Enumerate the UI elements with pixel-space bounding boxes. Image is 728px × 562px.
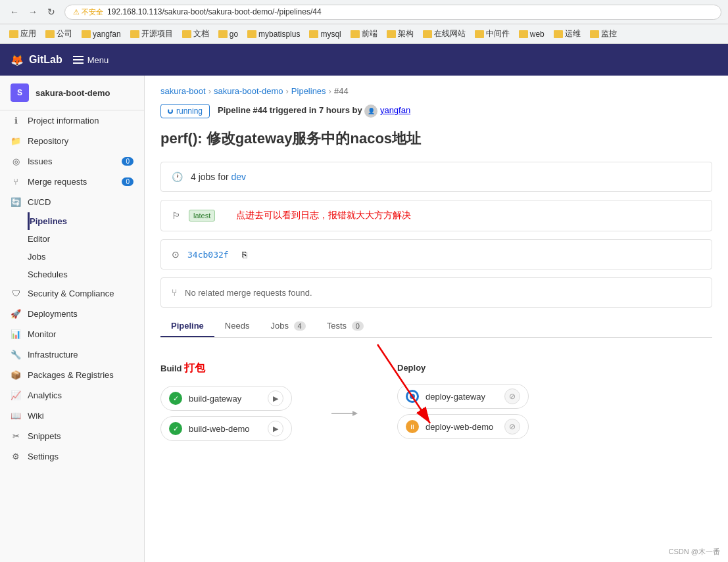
job-action-play-2[interactable]: ▶: [268, 421, 283, 436]
breadcrumb-sakura-boot-demo[interactable]: sakura-boot-demo: [214, 86, 283, 96]
svg-marker-1: [352, 411, 358, 416]
sidebar-item-infrastructure[interactable]: 🔧 Infrastructure: [0, 344, 144, 365]
build-annotation: 打包: [184, 362, 205, 373]
cicd-icon: 🔄: [11, 197, 21, 207]
bookmarks-bar: 应用 公司 yangfan 开源项目 文档 go mybatisplus mys…: [0, 24, 728, 44]
job-status-success-icon: ✓: [169, 392, 182, 405]
pipeline-user[interactable]: yangfan: [380, 105, 410, 115]
pipeline-diagram-area: Build 打包 ✓ build-gateway ▶ ✓ build-web-d…: [160, 351, 712, 452]
url-text: 192.168.10.113/sakura-boot/sakura-boot-d…: [107, 7, 322, 16]
breadcrumb-sakura-boot[interactable]: sakura-boot: [160, 86, 206, 96]
issues-badge: 0: [122, 157, 133, 166]
bookmark-ops[interactable]: 运维: [551, 27, 583, 41]
brand-name: GitLab: [29, 54, 62, 66]
sidebar-item-wiki[interactable]: 📖 Wiki: [0, 406, 144, 426]
build-stage-label: Build 打包: [160, 362, 292, 375]
merge-icon: ⑂: [11, 177, 21, 187]
bookmark-mysql[interactable]: mysql: [306, 28, 343, 40]
sidebar-label-monitor: Monitor: [28, 329, 56, 339]
bookmark-docs[interactable]: 文档: [180, 27, 212, 41]
job-name-deploy-web-demo: deploy-web-demo: [425, 422, 498, 432]
sidebar-label-merge-requests: Merge requests: [28, 177, 87, 187]
bookmark-website[interactable]: 在线网站: [420, 27, 468, 41]
bookmark-monitor[interactable]: 监控: [587, 27, 619, 41]
pipeline-tabs: Pipeline Needs Jobs 4 Tests 0: [160, 316, 712, 338]
job-deploy-web-demo: ⏸ deploy-web-demo ⊘: [397, 414, 529, 439]
bookmark-web[interactable]: web: [516, 28, 547, 40]
tab-jobs[interactable]: Jobs 4: [260, 316, 316, 337]
analytics-icon: 📈: [11, 390, 21, 400]
bookmark-go[interactable]: go: [216, 28, 241, 40]
infra-icon: 🔧: [11, 350, 21, 360]
address-bar[interactable]: ⚠ 不安全 192.168.10.113/sakura-boot/sakura-…: [64, 5, 721, 20]
job-status-running-icon: [406, 390, 419, 403]
running-indicator: [168, 108, 173, 114]
wiki-icon: 📖: [11, 411, 21, 421]
sidebar-item-monitor[interactable]: 📊 Monitor: [0, 324, 144, 344]
stage-connector: [331, 362, 358, 441]
sidebar-label-deployments: Deployments: [28, 309, 78, 319]
job-action-play[interactable]: ▶: [268, 390, 283, 406]
main-layout: S sakura-boot-demo ℹ Project information…: [0, 76, 728, 562]
tab-needs[interactable]: Needs: [214, 316, 260, 337]
bookmark-middleware[interactable]: 中间件: [472, 27, 512, 41]
sidebar-item-repository[interactable]: 📁 Repository: [0, 131, 144, 151]
tab-tests[interactable]: Tests 0: [316, 316, 374, 337]
refresh-button[interactable]: ↻: [43, 4, 59, 20]
breadcrumb-sep-2: ›: [286, 86, 289, 96]
status-text: running: [176, 106, 203, 116]
commit-hash-link[interactable]: 34cb032f: [187, 250, 229, 260]
commit-icon: ⊙: [172, 249, 180, 260]
nav-buttons: ← → ↻: [7, 4, 59, 20]
job-deploy-gateway: deploy-gateway ⊘: [397, 384, 529, 409]
menu-button[interactable]: Menu: [73, 55, 109, 65]
sidebar-item-deployments[interactable]: 🚀 Deployments: [0, 304, 144, 324]
sidebar-item-packages[interactable]: 📦 Packages & Registries: [0, 365, 144, 385]
copy-hash-icon[interactable]: ⎘: [242, 250, 247, 260]
bookmark-yangfan[interactable]: yangfan: [79, 28, 124, 40]
breadcrumb-pipelines[interactable]: Pipelines: [291, 86, 326, 96]
bookmark-company[interactable]: 公司: [43, 27, 75, 41]
bookmark-mybatisplus[interactable]: mybatisplus: [245, 28, 303, 40]
sidebar-item-analytics[interactable]: 📈 Analytics: [0, 385, 144, 406]
job-name-build-gateway: build-gateway: [189, 394, 261, 404]
job-name-build-web-demo: build-web-demo: [189, 424, 261, 434]
commit-title: perf(): 修改gateway服务中的nacos地址: [160, 129, 712, 149]
jobs-branch-link[interactable]: dev: [231, 172, 246, 182]
back-button[interactable]: ←: [7, 4, 22, 20]
tab-pipeline[interactable]: Pipeline: [160, 316, 214, 337]
forward-button[interactable]: →: [25, 4, 41, 20]
job-build-web-demo: ✓ build-web-demo ▶: [160, 416, 292, 441]
sidebar-item-security[interactable]: 🛡 Security & Compliance: [0, 283, 144, 304]
project-header[interactable]: S sakura-boot-demo: [0, 76, 144, 110]
sidebar-item-issues[interactable]: ◎ Issues 0: [0, 151, 144, 172]
sidebar-item-project-info[interactable]: ℹ Project information: [0, 110, 144, 131]
sidebar-item-jobs[interactable]: Jobs: [28, 248, 144, 266]
log-annotation: 点进去可以看到日志，报错就大大方方解决: [236, 210, 411, 222]
bookmark-arch[interactable]: 架构: [384, 27, 416, 41]
jobs-info-card: 🕐 4 jobs for dev: [160, 162, 712, 192]
clock-icon: 🕐: [172, 172, 183, 182]
job-action-skip-2[interactable]: ⊘: [504, 419, 520, 434]
job-action-skip[interactable]: ⊘: [504, 388, 520, 404]
sidebar-item-editor[interactable]: Editor: [28, 230, 144, 248]
bookmark-opensource[interactable]: 开源项目: [128, 27, 176, 41]
tests-tab-badge: 0: [352, 321, 364, 331]
job-build-gateway: ✓ build-gateway ▶: [160, 386, 292, 411]
job-status-paused-icon: ⏸: [406, 420, 419, 433]
bookmark-apps[interactable]: 应用: [7, 27, 39, 41]
pipeline-diagram: Build 打包 ✓ build-gateway ▶ ✓ build-web-d…: [160, 351, 712, 452]
sidebar-item-pipelines[interactable]: Pipelines: [28, 212, 144, 230]
hamburger-icon: [73, 56, 84, 64]
fox-icon: 🦊: [11, 54, 24, 66]
sidebar-item-snippets[interactable]: ✂ Snippets: [0, 426, 144, 446]
sidebar-item-schedules[interactable]: Schedules: [28, 266, 144, 283]
sidebar-item-cicd[interactable]: 🔄 CI/CD: [0, 192, 144, 212]
sidebar-label-wiki: Wiki: [28, 411, 44, 421]
top-navigation: 🦊 GitLab Menu: [0, 44, 728, 76]
pipeline-header: running Pipeline #44 triggered in 7 hour…: [160, 104, 712, 118]
sidebar-item-settings[interactable]: ⚙ Settings: [0, 446, 144, 467]
bookmark-frontend[interactable]: 前端: [348, 27, 380, 41]
sidebar-item-merge-requests[interactable]: ⑂ Merge requests 0: [0, 172, 144, 192]
sidebar-label-issues: Issues: [28, 156, 53, 166]
